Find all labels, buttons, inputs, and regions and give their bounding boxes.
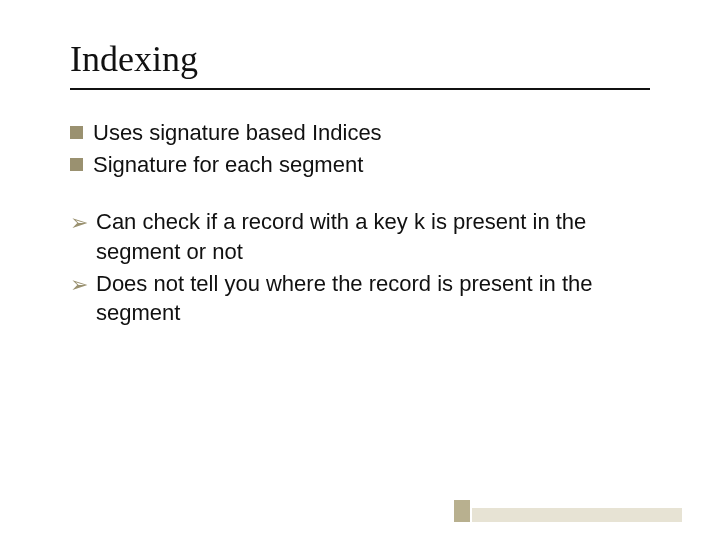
bullet-group-2: ➢ Can check if a record with a key k is … [70, 207, 650, 328]
list-item: Signature for each segment [70, 150, 650, 180]
list-item: ➢ Can check if a record with a key k is … [70, 207, 650, 266]
list-item-text: Uses signature based Indices [93, 118, 650, 148]
title-rule [70, 88, 650, 90]
list-item-text: Signature for each segment [93, 150, 650, 180]
accent-block-icon [454, 500, 470, 522]
arrow-bullet-icon: ➢ [70, 270, 88, 300]
list-item: Uses signature based Indices [70, 118, 650, 148]
list-item-text: Can check if a record with a key k is pr… [96, 207, 650, 266]
square-bullet-icon [70, 126, 83, 139]
square-bullet-icon [70, 158, 83, 171]
list-item-text: Does not tell you where the record is pr… [96, 269, 650, 328]
bullet-group-1: Uses signature based Indices Signature f… [70, 118, 650, 179]
list-item: ➢ Does not tell you where the record is … [70, 269, 650, 328]
arrow-bullet-icon: ➢ [70, 208, 88, 238]
slide: Indexing Uses signature based Indices Si… [0, 0, 720, 540]
accent-bar-icon [472, 508, 682, 522]
page-title: Indexing [70, 38, 650, 80]
decorative-accent [454, 500, 682, 522]
